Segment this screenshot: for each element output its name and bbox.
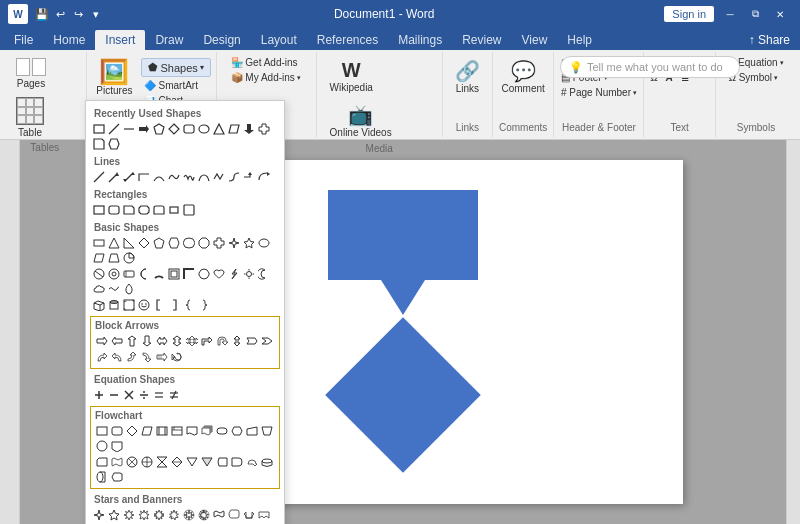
minimize-button[interactable]: ─ [718,5,742,23]
shape-zigzag[interactable] [212,170,226,184]
shape-rect-extra2[interactable] [182,203,196,217]
fc-punched-tape[interactable] [110,455,124,469]
shape-curve2[interactable] [197,170,211,184]
ba-quad[interactable] [185,334,199,348]
fc-magdisk[interactable] [260,455,274,469]
ba-circular[interactable] [170,350,184,364]
shape-bs-diamond[interactable] [137,236,151,250]
sb-ribbon2[interactable] [257,508,271,522]
fc-manual-input[interactable] [245,424,259,438]
sb-ribbon1[interactable] [242,508,256,522]
tab-references[interactable]: References [307,30,388,50]
ba-leftright[interactable] [155,334,169,348]
shape-line1[interactable] [107,122,121,136]
shape-rounded-rect[interactable] [182,122,196,136]
ba-striped-right[interactable] [155,350,169,364]
fc-or[interactable] [140,455,154,469]
shape-bs-crescent[interactable] [137,267,151,281]
shape-scribble[interactable] [182,170,196,184]
sign-in-button[interactable]: Sign in [664,6,714,22]
shape-bs-wave[interactable] [107,282,121,296]
tab-home[interactable]: Home [43,30,95,50]
shape-parallelogram[interactable] [227,122,241,136]
shape-bs-trapezoid[interactable] [107,251,121,265]
sb-wave-banner[interactable] [212,508,226,522]
ba-curved-right[interactable] [95,350,109,364]
tab-draw[interactable]: Draw [145,30,193,50]
table-button[interactable]: Table [12,95,48,140]
shape-rect[interactable] [92,122,106,136]
shape-pentagon[interactable] [152,122,166,136]
shape-bs-frame[interactable] [167,267,181,281]
save-icon[interactable]: 💾 [34,6,50,22]
shape-bs-pentagon[interactable] [152,236,166,250]
shape-elbow-arrow[interactable] [242,170,256,184]
fc-decision[interactable] [125,424,139,438]
shape-bs-cloud[interactable] [92,282,106,296]
tab-file[interactable]: File [4,30,43,50]
fc-process[interactable] [95,424,109,438]
ba-curved-left[interactable] [110,350,124,364]
ba-bent-right[interactable] [200,334,214,348]
shape-bs-tear[interactable] [122,282,136,296]
ba-left-right-up[interactable] [230,334,244,348]
shape-bs-cube[interactable] [92,298,106,312]
tab-share[interactable]: ↑ Share [739,30,800,50]
eq-notequal[interactable] [167,388,181,402]
sb-star8[interactable] [152,508,166,522]
undo-icon[interactable]: ↩ [52,6,68,22]
ba-left[interactable] [110,334,124,348]
ba-curved-up[interactable] [125,350,139,364]
shape-bs-donut[interactable] [107,267,121,281]
shape-bs-pie[interactable] [122,251,136,265]
fc-multidoc[interactable] [200,424,214,438]
my-addins-button[interactable]: 📦 My Add-ins ▾ [228,71,303,84]
shape-bs-halfframe[interactable] [182,267,196,281]
shape-triangle[interactable] [212,122,226,136]
shape-bs-bracketr[interactable] [167,298,181,312]
fc-internal[interactable] [170,424,184,438]
shape-arrow-line[interactable] [107,170,121,184]
fc-display[interactable] [110,470,124,484]
restore-button[interactable]: ⧉ [743,5,767,23]
shape-bs-bracketl[interactable] [152,298,166,312]
fc-document[interactable] [185,424,199,438]
eq-equals[interactable] [152,388,166,402]
shape-bs-octagon[interactable] [197,236,211,250]
shape-bs-cylinder[interactable] [107,298,121,312]
shape-s-curve[interactable] [227,170,241,184]
shape-curved-arrow[interactable] [257,170,271,184]
shape-curved-line[interactable] [152,170,166,184]
fc-delay[interactable] [230,455,244,469]
ba-notched[interactable] [245,334,259,348]
shape-bs-star4[interactable] [227,236,241,250]
shape-bs-sun[interactable] [242,267,256,281]
pictures-button[interactable]: 🖼️ Pictures [91,56,137,99]
get-addins-button[interactable]: 🏪 Get Add-ins [228,56,300,69]
shape-bs-noshell[interactable] [122,267,136,281]
fc-preparation[interactable] [230,424,244,438]
sb-star4[interactable] [92,508,106,522]
fc-connector[interactable] [95,439,109,453]
eq-divide[interactable] [137,388,151,402]
sb-star12[interactable] [182,508,196,522]
comment-button[interactable]: 💬 Comment [496,56,549,97]
flowchart-arrow[interactable] [381,280,425,315]
shape-straight-line[interactable] [92,170,106,184]
ba-chevron[interactable] [260,334,274,348]
tab-help[interactable]: Help [557,30,602,50]
eq-plus[interactable] [92,388,106,402]
tab-layout[interactable]: Layout [251,30,307,50]
shape-line2[interactable] [122,122,136,136]
fc-offpage[interactable] [110,439,124,453]
close-button[interactable]: ✕ [768,5,792,23]
fc-extract[interactable] [185,455,199,469]
customize-quick-access-icon[interactable]: ▾ [88,6,104,22]
fc-terminator[interactable] [215,424,229,438]
ba-up[interactable] [125,334,139,348]
shape-bs-hexagon[interactable] [167,236,181,250]
shape-bs-star5[interactable] [242,236,256,250]
vertical-scrollbar[interactable] [786,140,800,524]
links-button[interactable]: 🔗 Links [450,56,485,97]
sb-star6[interactable] [122,508,136,522]
